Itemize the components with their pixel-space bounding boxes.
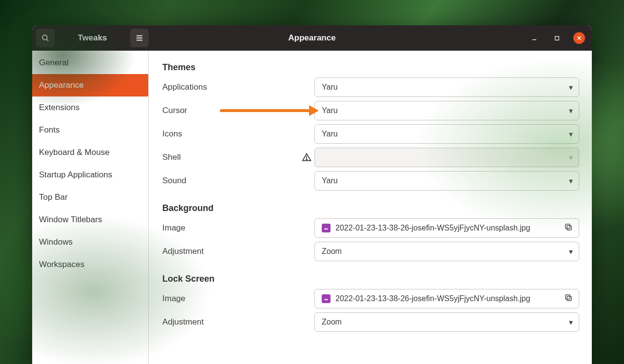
combo-value: Yaru xyxy=(322,106,338,115)
label-ls-image: Image xyxy=(162,294,314,304)
maximize-icon xyxy=(554,35,560,41)
sidebar-item-general[interactable]: General xyxy=(32,52,148,74)
combo-applications[interactable]: Yaru ▾ xyxy=(314,77,579,97)
label-bg-image: Image xyxy=(162,223,314,233)
browse-icon xyxy=(564,293,573,304)
hamburger-button[interactable] xyxy=(130,29,149,47)
svg-rect-11 xyxy=(567,226,571,230)
file-name: 2022-01-23-13-38-26-josefin-WS5yjFjycNY-… xyxy=(335,294,530,303)
sidebar-item-label: General xyxy=(39,58,68,68)
combo-icons[interactable]: Yaru ▾ xyxy=(314,124,579,144)
warning-icon xyxy=(301,153,312,162)
chevron-down-icon: ▾ xyxy=(569,83,573,92)
sidebar-item-label: Appearance xyxy=(39,80,84,90)
label-sound: Sound xyxy=(162,176,314,186)
window-controls xyxy=(528,32,592,44)
sidebar-item-label: Extensions xyxy=(39,103,79,113)
combo-bg-adjustment[interactable]: Zoom ▾ xyxy=(314,242,579,261)
app-title: Tweaks xyxy=(59,33,125,43)
combo-ls-adjustment[interactable]: Zoom ▾ xyxy=(314,312,579,332)
tweaks-window: Tweaks Appearance General Appearance Ext… xyxy=(32,25,592,364)
combo-value: Yaru xyxy=(322,130,338,138)
sidebar-item-label: Workspaces xyxy=(39,260,84,269)
sidebar-item-label: Keyboard & Mouse xyxy=(39,148,110,157)
sidebar-item-keyboard-mouse[interactable]: Keyboard & Mouse xyxy=(32,141,148,164)
svg-rect-13 xyxy=(567,296,571,301)
chevron-down-icon: ▾ xyxy=(569,130,573,139)
combo-value: Zoom xyxy=(322,247,342,256)
sidebar-item-windows[interactable]: Windows xyxy=(32,231,148,253)
headerbar-left: Tweaks xyxy=(32,29,149,47)
chevron-down-icon: ▾ xyxy=(569,176,573,186)
combo-cursor[interactable]: Yaru ▾ xyxy=(314,101,579,120)
sidebar-item-extensions[interactable]: Extensions xyxy=(32,96,148,119)
sidebar-item-label: Top Bar xyxy=(39,192,68,202)
label-ls-adjustment: Adjustment xyxy=(162,317,314,327)
sidebar-item-fonts[interactable]: Fonts xyxy=(32,119,148,141)
row-icons: Icons Yaru ▾ xyxy=(162,122,579,146)
browse-icon xyxy=(564,223,573,233)
combo-value: Zoom xyxy=(322,318,342,326)
chevron-down-icon: ▾ xyxy=(569,153,573,162)
image-thumbnail-icon xyxy=(322,224,331,232)
section-title-lockscreen: Lock Screen xyxy=(162,274,579,284)
sidebar: General Appearance Extensions Fonts Keyb… xyxy=(32,51,149,364)
label-icons: Icons xyxy=(162,129,314,139)
row-applications: Applications Yaru ▾ xyxy=(162,76,579,99)
label-applications: Applications xyxy=(162,82,314,92)
file-name: 2022-01-23-13-38-26-josefin-WS5yjFjycNY-… xyxy=(335,224,530,232)
search-icon xyxy=(41,34,50,42)
section-title-background: Background xyxy=(162,203,579,213)
filechooser-bg-image[interactable]: 2022-01-23-13-38-26-josefin-WS5yjFjycNY-… xyxy=(314,218,579,238)
svg-line-1 xyxy=(46,39,48,41)
svg-point-0 xyxy=(42,35,47,40)
close-button[interactable] xyxy=(573,32,585,44)
sidebar-item-appearance[interactable]: Appearance xyxy=(32,74,148,96)
combo-shell: ▾ xyxy=(314,148,579,167)
chevron-down-icon: ▾ xyxy=(569,106,573,115)
sidebar-item-label: Startup Applications xyxy=(39,170,112,180)
minimize-button[interactable] xyxy=(528,32,540,44)
chevron-down-icon: ▾ xyxy=(569,318,573,327)
row-bg-adjustment: Adjustment Zoom ▾ xyxy=(162,240,579,263)
image-thumbnail-icon xyxy=(322,294,331,303)
row-cursor: Cursor Yaru ▾ xyxy=(162,99,579,122)
close-icon xyxy=(576,35,582,41)
content-pane: Themes Applications Yaru ▾ Cursor Yaru ▾ xyxy=(149,51,592,364)
search-button[interactable] xyxy=(36,29,55,47)
headerbar: Tweaks Appearance xyxy=(32,25,592,51)
row-ls-image: Image 2022-01-23-13-38-26-josefin-WS5yjF… xyxy=(162,287,579,310)
row-bg-image: Image 2022-01-23-13-38-26-josefin-WS5yjF… xyxy=(162,216,579,240)
combo-value: Yaru xyxy=(322,176,338,185)
label-shell: Shell xyxy=(162,153,314,162)
svg-rect-12 xyxy=(566,224,570,229)
sidebar-item-label: Windows xyxy=(39,237,73,247)
sidebar-item-workspaces[interactable]: Workspaces xyxy=(32,253,148,276)
chevron-down-icon: ▾ xyxy=(569,247,573,256)
label-bg-adjustment: Adjustment xyxy=(162,247,314,256)
window-body: General Appearance Extensions Fonts Keyb… xyxy=(32,51,592,364)
svg-rect-14 xyxy=(566,295,570,299)
combo-value: Yaru xyxy=(322,83,338,92)
maximize-button[interactable] xyxy=(551,32,563,44)
sidebar-item-startup-applications[interactable]: Startup Applications xyxy=(32,164,148,186)
sidebar-item-label: Window Titlebars xyxy=(39,215,102,225)
section-title-themes: Themes xyxy=(162,62,579,73)
svg-point-10 xyxy=(306,159,307,160)
row-shell: Shell ▾ xyxy=(162,146,579,169)
filechooser-ls-image[interactable]: 2022-01-23-13-38-26-josefin-WS5yjFjycNY-… xyxy=(314,289,579,308)
sidebar-item-top-bar[interactable]: Top Bar xyxy=(32,186,148,209)
sidebar-item-label: Fonts xyxy=(39,125,60,135)
row-ls-adjustment: Adjustment Zoom ▾ xyxy=(162,310,579,334)
annotation-arrow xyxy=(220,109,310,112)
row-sound: Sound Yaru ▾ xyxy=(162,169,579,192)
minimize-icon xyxy=(531,35,538,41)
svg-rect-6 xyxy=(555,36,559,40)
combo-sound[interactable]: Yaru ▾ xyxy=(314,171,579,191)
sidebar-item-window-titlebars[interactable]: Window Titlebars xyxy=(32,209,148,231)
hamburger-icon xyxy=(135,34,144,42)
